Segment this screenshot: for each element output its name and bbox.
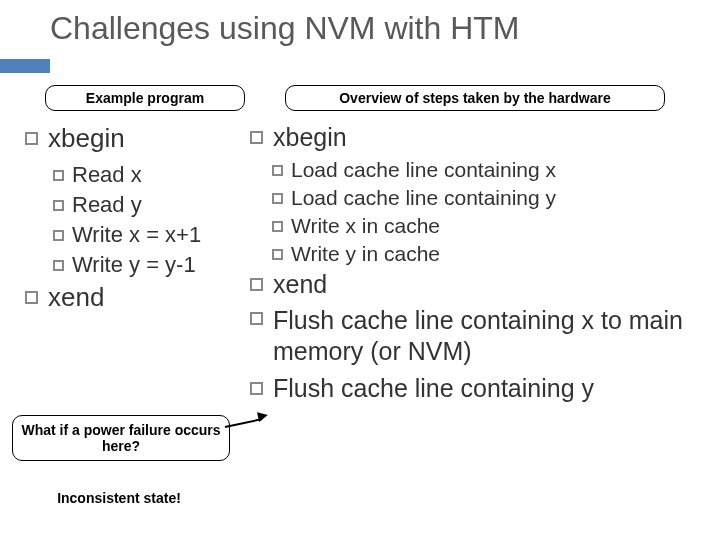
bullet-icon xyxy=(250,312,263,325)
bullet-icon xyxy=(25,291,38,304)
list-item: Write x = x+1 xyxy=(53,222,250,248)
list-item: Write x in cache xyxy=(272,214,695,238)
list-item: Flush cache line containing x to main me… xyxy=(250,305,695,368)
bullet-icon xyxy=(25,132,38,145)
callout-power-failure: What if a power failure occurs here? xyxy=(12,415,230,461)
bullet-icon xyxy=(250,382,263,395)
arrow-head-icon xyxy=(257,410,269,422)
label-example-program: Example program xyxy=(45,85,245,111)
left-item-2: Write x = x+1 xyxy=(72,222,201,248)
list-item: Read y xyxy=(53,192,250,218)
right-item-0: Load cache line containing x xyxy=(291,158,556,182)
list-item: Read x xyxy=(53,162,250,188)
right-item-3: Write y in cache xyxy=(291,242,440,266)
bullet-icon xyxy=(272,193,283,204)
xend-left: xend xyxy=(48,282,104,313)
callout-inconsistent: Inconsistent state! xyxy=(32,490,206,506)
bullet-icon xyxy=(53,260,64,271)
bullet-icon xyxy=(250,131,263,144)
flush-1: Flush cache line containing x to main me… xyxy=(273,305,695,368)
list-item: xbegin xyxy=(25,123,250,154)
xbegin-right: xbegin xyxy=(273,123,347,152)
right-item-2: Write x in cache xyxy=(291,214,440,238)
bullet-icon xyxy=(272,221,283,232)
bullet-icon xyxy=(250,278,263,291)
bullet-icon xyxy=(53,170,64,181)
slide: Challenges using NVM with HTM Example pr… xyxy=(0,0,720,540)
list-item: Load cache line containing y xyxy=(272,186,695,210)
list-item: xbegin xyxy=(250,123,695,152)
right-item-1: Load cache line containing y xyxy=(291,186,556,210)
left-item-0: Read x xyxy=(72,162,142,188)
column-right: xbegin Load cache line containing x Load… xyxy=(250,119,695,409)
columns: xbegin Read x Read y Write x = x+1 Write… xyxy=(0,119,720,409)
bullet-icon xyxy=(53,200,64,211)
arrow-icon xyxy=(225,418,263,428)
list-item: xend xyxy=(250,270,695,299)
bullet-icon xyxy=(272,249,283,260)
list-item: Write y in cache xyxy=(272,242,695,266)
xend-right: xend xyxy=(273,270,327,299)
slide-title: Challenges using NVM with HTM xyxy=(0,0,720,53)
list-item: Load cache line containing x xyxy=(272,158,695,182)
left-item-3: Write y = y-1 xyxy=(72,252,196,278)
column-labels-row: Example program Overview of steps taken … xyxy=(0,85,720,111)
xbegin-left: xbegin xyxy=(48,123,125,154)
bullet-icon xyxy=(53,230,64,241)
column-left: xbegin Read x Read y Write x = x+1 Write… xyxy=(0,119,250,409)
list-item: Flush cache line containing y xyxy=(250,374,695,403)
bullet-icon xyxy=(272,165,283,176)
flush-2: Flush cache line containing y xyxy=(273,374,594,403)
accent-bar xyxy=(0,59,50,73)
left-item-1: Read y xyxy=(72,192,142,218)
label-hardware-overview: Overview of steps taken by the hardware xyxy=(285,85,665,111)
list-item: xend xyxy=(25,282,250,313)
list-item: Write y = y-1 xyxy=(53,252,250,278)
